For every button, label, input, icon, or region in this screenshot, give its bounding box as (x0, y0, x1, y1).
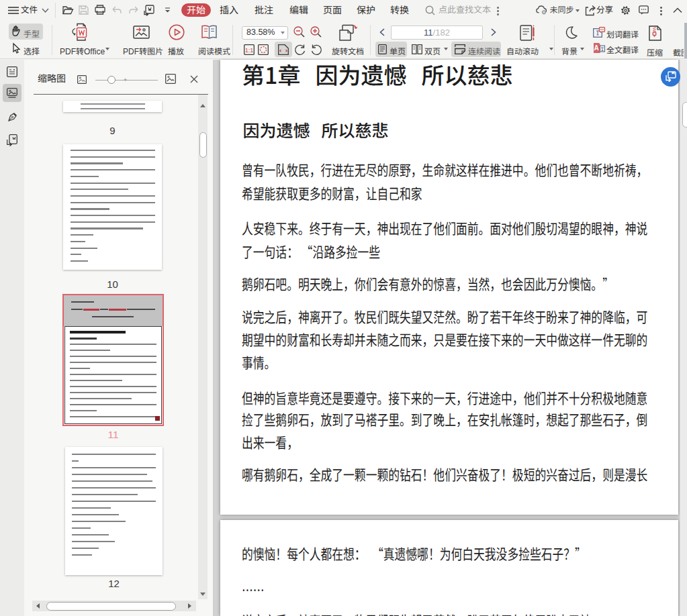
svg-text:A: A (594, 44, 598, 52)
svg-text:1:1: 1:1 (245, 47, 254, 54)
